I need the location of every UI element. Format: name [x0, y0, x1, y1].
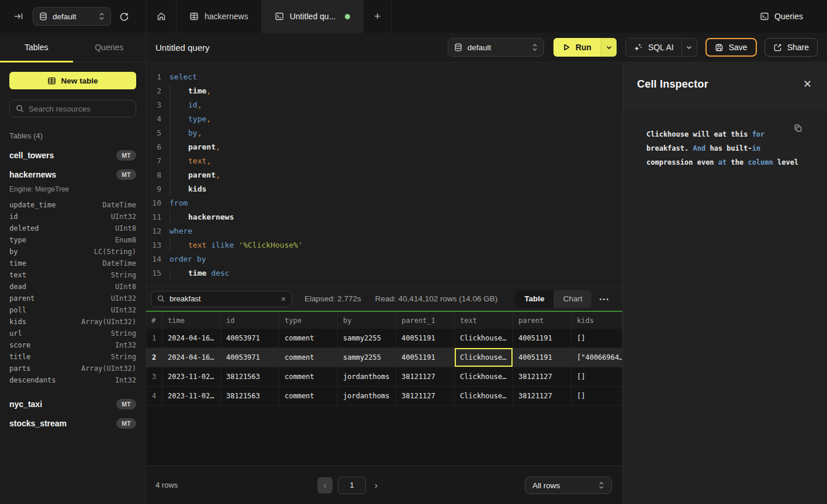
sidebar-tab-tables[interactable]: Tables — [0, 33, 73, 62]
code-line[interactable]: 5by, — [146, 126, 622, 140]
column-row[interactable]: urlString — [9, 328, 136, 339]
column-row[interactable]: scoreInt32 — [9, 339, 136, 351]
database-selector[interactable]: default — [33, 7, 111, 26]
table-cell[interactable]: ["40066964… — [572, 348, 622, 367]
table-cell[interactable]: 40051191 — [396, 329, 455, 347]
table-cell[interactable]: [] — [572, 387, 622, 405]
sidebar-item-nyc-taxi[interactable]: nyc_taxi MT — [9, 394, 136, 413]
column-header-parent_1[interactable]: parent_1 — [396, 312, 455, 329]
run-button-main[interactable]: Run — [553, 38, 601, 57]
tab-untitled-query[interactable]: Untitled qu... — [262, 0, 364, 33]
share-button[interactable]: Share — [764, 38, 818, 57]
collapse-sidebar-icon[interactable] — [14, 12, 23, 21]
table-cell[interactable]: 38121127 — [396, 367, 455, 386]
column-header-by[interactable]: by — [338, 312, 396, 329]
table-cell[interactable]: [] — [572, 367, 622, 386]
table-row[interactable]: 22024-04-16…40053971commentsammy22554005… — [146, 348, 622, 367]
sql-ai-button[interactable]: SQL AI — [625, 38, 697, 57]
column-row[interactable]: parentUInt32 — [9, 293, 136, 304]
column-row[interactable]: byLC(String) — [9, 246, 136, 258]
table-cell[interactable]: jordanthoms — [338, 367, 396, 386]
column-header-parent[interactable]: parent — [513, 312, 572, 329]
table-cell[interactable]: 2023-11-02… — [162, 367, 221, 386]
table-cell[interactable]: [] — [572, 329, 622, 347]
column-row[interactable]: descendantsInt32 — [9, 374, 136, 386]
table-cell[interactable]: 40053971 — [221, 348, 279, 367]
column-header-id[interactable]: id — [221, 312, 279, 329]
table-cell[interactable]: 40051191 — [513, 348, 572, 367]
table-cell[interactable]: 38121563 — [221, 387, 279, 405]
column-row[interactable]: idUInt32 — [9, 211, 136, 223]
code-line[interactable]: 14order by — [146, 252, 622, 266]
column-row[interactable]: textString — [9, 269, 136, 281]
page-size-selector[interactable]: All rows — [525, 477, 612, 494]
column-row[interactable]: titleString — [9, 351, 136, 363]
run-button[interactable]: Run — [553, 38, 617, 57]
table-cell[interactable]: comment — [279, 348, 338, 367]
new-tab-button[interactable]: + — [364, 0, 392, 33]
table-cell[interactable]: comment — [279, 367, 338, 386]
code-line[interactable]: 4type, — [146, 112, 622, 126]
row-number-cell[interactable]: 1 — [146, 329, 162, 347]
table-cell[interactable]: Clickhouse… — [455, 367, 513, 386]
column-row[interactable]: deletedUInt8 — [9, 223, 136, 234]
code-line[interactable]: 13text ilike '%ClickHouse%' — [146, 238, 622, 252]
table-cell[interactable]: 38121127 — [396, 387, 455, 405]
code-line[interactable]: 7text, — [146, 154, 622, 168]
table-cell[interactable]: Clickhouse… — [455, 348, 513, 367]
table-cell[interactable]: 2024-04-16… — [162, 329, 221, 347]
code-line[interactable]: 1select — [146, 70, 622, 84]
prev-page-button[interactable]: ‹ — [317, 477, 333, 493]
sql-editor[interactable]: 1select2time,3id,4type,5by,6parent,7text… — [146, 62, 622, 286]
column-row[interactable]: timeDateTime — [9, 258, 136, 269]
new-table-button[interactable]: New table — [9, 72, 136, 89]
tab-hackernews[interactable]: hackernews — [177, 0, 262, 33]
clear-search-icon[interactable]: × — [281, 294, 286, 304]
next-page-button[interactable]: › — [375, 480, 378, 490]
code-line[interactable]: 6parent, — [146, 140, 622, 154]
refresh-icon[interactable] — [119, 12, 129, 22]
column-row[interactable]: kidsArray(UInt32) — [9, 316, 136, 328]
row-number-cell[interactable]: 2 — [146, 348, 162, 367]
more-options-icon[interactable]: ••• — [599, 296, 610, 303]
table-cell[interactable]: 40051191 — [513, 329, 572, 347]
tab-home[interactable] — [146, 0, 177, 33]
code-line[interactable]: 9kids — [146, 182, 622, 196]
code-line[interactable]: 15time desc — [146, 266, 622, 280]
table-cell[interactable]: comment — [279, 329, 338, 347]
table-row[interactable]: 42023-11-02…38121563commentjordanthoms38… — [146, 387, 622, 406]
table-cell[interactable]: 2024-04-16… — [162, 348, 221, 367]
table-cell[interactable]: Clickhouse… — [455, 329, 513, 347]
column-header-text[interactable]: text — [455, 312, 513, 329]
column-row[interactable]: update_timeDateTime — [9, 199, 136, 211]
column-header-type[interactable]: type — [279, 312, 338, 329]
close-icon[interactable]: ✕ — [803, 79, 812, 89]
code-line[interactable]: 11hackernews — [146, 210, 622, 224]
sql-ai-main[interactable]: SQL AI — [626, 39, 681, 56]
results-search[interactable]: × — [151, 291, 292, 307]
code-line[interactable]: 8parent, — [146, 168, 622, 182]
search-input[interactable] — [29, 105, 130, 113]
view-tab-table[interactable]: Table — [515, 290, 553, 308]
row-number-cell[interactable]: 3 — [146, 367, 162, 386]
column-row[interactable]: partsArray(UInt32) — [9, 363, 136, 374]
column-header-kids[interactable]: kids — [572, 312, 622, 329]
table-cell[interactable]: comment — [279, 387, 338, 405]
column-row[interactable]: pollUInt32 — [9, 304, 136, 316]
copy-icon[interactable] — [794, 124, 802, 133]
save-button[interactable]: Save — [705, 38, 757, 57]
sidebar-item-stocks-stream[interactable]: stocks_stream MT — [9, 413, 136, 433]
table-cell[interactable]: 38121127 — [513, 367, 572, 386]
row-number-cell[interactable]: 4 — [146, 387, 162, 405]
queries-menu-button[interactable]: Queries — [760, 0, 827, 33]
table-cell[interactable]: Clickhouse… — [455, 387, 513, 405]
sql-ai-caret[interactable] — [681, 39, 697, 56]
table-row[interactable]: 32023-11-02…38121563commentjordanthoms38… — [146, 367, 622, 387]
table-cell[interactable]: 40053971 — [221, 329, 279, 347]
table-cell[interactable]: 38121563 — [221, 367, 279, 386]
sidebar-item-hackernews[interactable]: hackernews MT — [9, 165, 136, 184]
table-cell[interactable]: 40051191 — [396, 348, 455, 367]
code-line[interactable]: 10from — [146, 196, 622, 210]
code-line[interactable]: 2time, — [146, 84, 622, 98]
column-row[interactable]: deadUInt8 — [9, 281, 136, 293]
